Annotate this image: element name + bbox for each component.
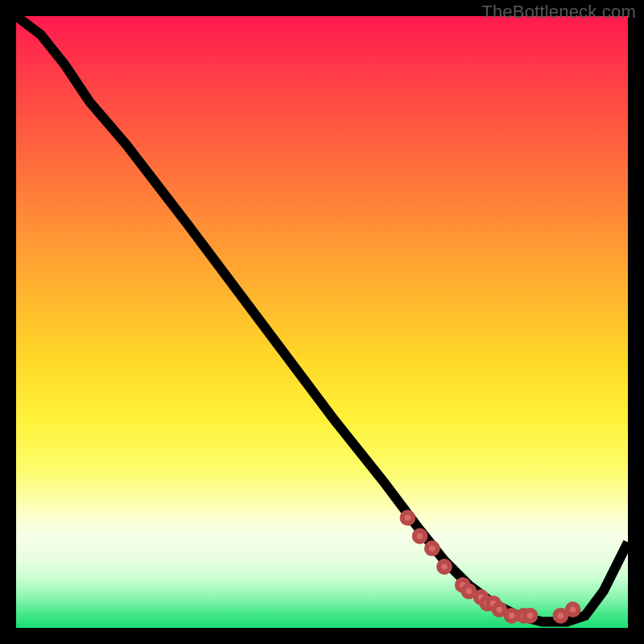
bottleneck-curve	[16, 16, 628, 621]
chart-plot-area	[16, 16, 628, 628]
curve-marker	[427, 543, 438, 554]
curve-marker	[439, 561, 450, 572]
marker-group	[402, 512, 579, 621]
curve-marker	[402, 512, 414, 523]
watermark-text: TheBottleneck.com	[481, 2, 636, 23]
chart-svg	[16, 16, 628, 628]
curve-marker	[568, 604, 579, 615]
curve-marker	[555, 610, 567, 621]
curve-marker	[506, 610, 518, 621]
curve-marker	[494, 604, 506, 615]
curve-marker	[464, 586, 475, 597]
curve-marker	[525, 610, 536, 621]
curve-marker	[415, 530, 426, 542]
